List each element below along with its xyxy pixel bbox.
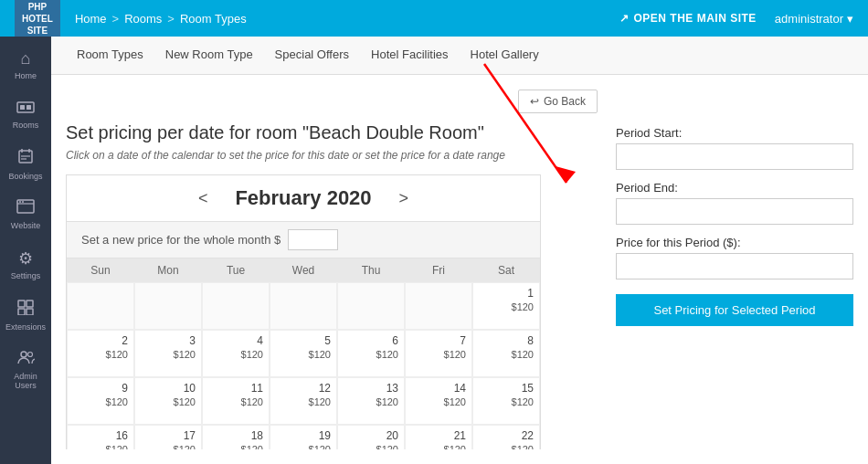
day-number: 18 — [251, 429, 263, 442]
day-number: 8 — [527, 334, 534, 347]
day-price: $120 — [241, 396, 263, 407]
svg-rect-1 — [20, 105, 25, 110]
sidebar-item-website[interactable]: Website — [0, 190, 51, 239]
set-pricing-button[interactable]: Set Pricing for Selected Period — [616, 294, 853, 326]
calendar-cell[interactable]: 13$120 — [337, 377, 405, 425]
sidebar-item-label: Bookings — [8, 172, 42, 181]
day-header-fri: Fri — [405, 258, 472, 282]
period-start-group: Period Start: — [616, 126, 853, 170]
back-arrow-icon: ↩ — [530, 95, 539, 108]
sidebar-item-label: Home — [15, 71, 37, 80]
sidebar-item-rooms[interactable]: Rooms — [0, 90, 51, 139]
month-price-input[interactable] — [288, 229, 338, 250]
period-end-input[interactable] — [616, 198, 853, 225]
nav-new-room-type[interactable]: New Room Type — [154, 37, 264, 75]
calendar-cell[interactable]: 2$120 — [67, 330, 134, 377]
website-icon — [16, 199, 35, 218]
calendar-cell — [202, 282, 270, 330]
month-price-label: Set a new price for the whole month $ — [81, 233, 281, 247]
calendar-header: < February 2020 > — [67, 175, 540, 221]
breadcrumb-current: Room Types — [180, 12, 247, 26]
svg-rect-13 — [26, 301, 33, 307]
day-number: 5 — [324, 334, 331, 347]
day-number: 4 — [257, 334, 263, 347]
open-main-site-button[interactable]: ↗ OPEN THE MAIN SITE — [619, 12, 757, 25]
main-content: Room Types New Room Type Special Offers … — [51, 37, 868, 464]
nav-hotel-facilities[interactable]: Hotel Facilities — [360, 37, 460, 75]
home-icon: ⌂ — [21, 49, 31, 69]
price-period-group: Price for this Period ($): — [616, 236, 853, 279]
calendar-cell[interactable]: 17$120 — [134, 425, 202, 449]
breadcrumb-rooms[interactable]: Rooms — [124, 12, 162, 26]
day-number: 19 — [319, 429, 331, 442]
price-period-input[interactable] — [616, 253, 853, 279]
calendar-cell[interactable]: 21$120 — [405, 425, 472, 449]
day-number: 13 — [386, 382, 398, 395]
calendar-cell[interactable]: 14$120 — [405, 377, 472, 425]
calendar-cell — [405, 282, 472, 330]
next-month-button[interactable]: > — [399, 189, 409, 208]
extensions-icon — [16, 299, 35, 320]
go-back-button[interactable]: ↩ Go Back — [518, 90, 598, 113]
day-price: $120 — [106, 396, 128, 407]
sidebar-item-bookings[interactable]: Bookings — [0, 139, 51, 190]
calendar-cell[interactable]: 1$120 — [472, 282, 540, 330]
calendar-cell — [270, 282, 337, 330]
calendar-month-year: February 2020 — [235, 186, 371, 210]
calendar-cell[interactable]: 9$120 — [67, 377, 134, 425]
calendar-cell[interactable]: 11$120 — [202, 377, 270, 425]
calendar-cell[interactable]: 16$120 — [67, 425, 134, 449]
admin-user-menu[interactable]: administrator ▾ — [775, 12, 853, 26]
day-number: 2 — [122, 334, 128, 347]
calendar-cell[interactable]: 6$120 — [337, 330, 405, 377]
calendar-cell[interactable]: 12$120 — [270, 377, 337, 425]
day-number: 10 — [184, 382, 196, 395]
calendar-cell[interactable]: 5$120 — [270, 330, 337, 377]
day-number: 14 — [454, 382, 466, 395]
period-start-input[interactable] — [616, 143, 853, 170]
prev-month-button[interactable]: < — [198, 189, 208, 208]
page-subtitle: Click on a date of the calendar to set t… — [66, 149, 598, 162]
calendar-cell[interactable]: 3$120 — [134, 330, 202, 377]
calendar-cell[interactable]: 18$120 — [202, 425, 270, 449]
settings-icon: ⚙ — [18, 248, 33, 269]
day-price: $120 — [309, 396, 331, 407]
day-price: $120 — [444, 444, 466, 449]
calendar-cell[interactable]: 15$120 — [472, 377, 540, 425]
price-period-label: Price for this Period ($): — [616, 236, 853, 249]
svg-point-11 — [22, 201, 24, 203]
calendar-cell[interactable]: 7$120 — [405, 330, 472, 377]
sidebar-item-settings[interactable]: ⚙ Settings — [0, 239, 51, 290]
sidebar-item-label: Rooms — [13, 121, 39, 130]
sidebar-item-label: Admin Users — [14, 372, 37, 390]
brand-logo: PHP HOTEL SITE — [15, 0, 60, 40]
calendar-cell[interactable]: 4$120 — [202, 330, 270, 377]
calendar-cell[interactable]: 10$120 — [134, 377, 202, 425]
breadcrumb-home[interactable]: Home — [75, 12, 107, 26]
left-panel: ↩ Go Back Set pricing per date for room … — [66, 90, 598, 449]
sidebar-item-extensions[interactable]: Extensions — [0, 290, 51, 341]
calendar: < February 2020 > Set a new price for th… — [66, 174, 541, 449]
day-header-sat: Sat — [472, 258, 540, 282]
calendar-cell[interactable]: 22$120 — [472, 425, 540, 449]
calendar-cell[interactable]: 20$120 — [337, 425, 405, 449]
rooms-icon — [16, 99, 35, 118]
calendar-cell[interactable]: 8$120 — [472, 330, 540, 377]
nav-room-types[interactable]: Room Types — [66, 37, 154, 75]
sidebar-item-admin-users[interactable]: Admin Users — [0, 341, 51, 399]
day-price: $120 — [376, 396, 398, 407]
calendar-cell — [134, 282, 202, 330]
sidebar-item-home[interactable]: ⌂ Home — [0, 40, 51, 90]
period-end-group: Period End: — [616, 181, 853, 225]
nav-special-offers[interactable]: Special Offers — [264, 37, 360, 75]
day-price: $120 — [106, 444, 128, 449]
calendar-cell — [337, 282, 405, 330]
day-price: $120 — [512, 349, 534, 360]
nav-hotel-gallery[interactable]: Hotel Gallery — [460, 37, 550, 75]
svg-rect-2 — [26, 105, 31, 110]
day-price: $120 — [376, 349, 398, 360]
top-bar: PHP HOTEL SITE Home > Rooms > Room Types… — [0, 0, 868, 37]
calendar-cell[interactable]: 19$120 — [270, 425, 337, 449]
calendar-body: 1$1202$1203$1204$1205$1206$1207$1208$120… — [67, 282, 540, 449]
go-back-row: ↩ Go Back — [66, 90, 598, 113]
